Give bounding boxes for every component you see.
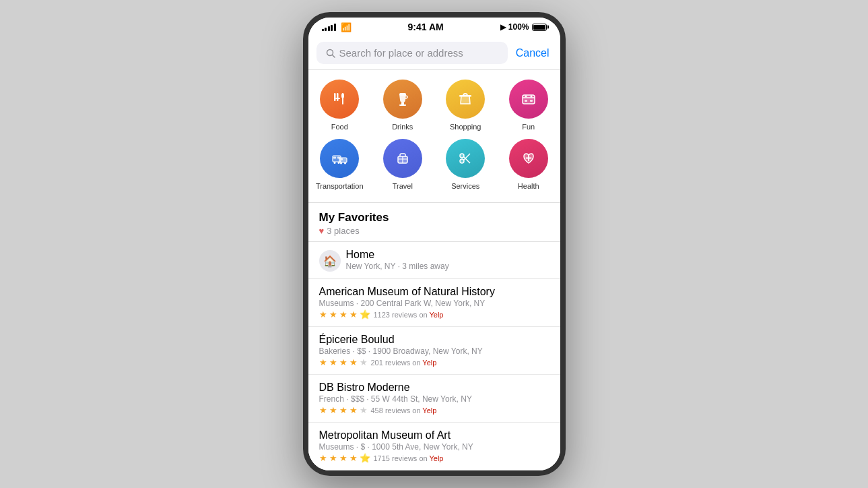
svg-line-32: [464, 154, 471, 160]
shopping-icon-circle: [446, 80, 485, 119]
amnh-name: American Museum of Natural History: [319, 286, 549, 298]
met-sub: Museums · $ · 1000 5th Ave, New York, NY: [319, 442, 549, 452]
home-sub: New York, NY · 3 miles away: [346, 262, 449, 271]
db-reviews: 458 reviews on Yelp: [371, 406, 437, 415]
shopping-label: Shopping: [450, 123, 481, 131]
epicerie-name: Épicerie Boulud: [319, 334, 549, 346]
epicerie-stars: ★ ★ ★ ★ ★ 201 reviews on Yelp: [319, 357, 549, 367]
place-met[interactable]: Metropolitan Museum of Art Museums · $ ·…: [308, 423, 560, 470]
places-list: 🏠 Home New York, NY · 3 miles away Ameri…: [308, 242, 560, 470]
amnh-sub: Museums · 200 Central Park W, New York, …: [319, 299, 549, 308]
svg-rect-11: [523, 95, 535, 104]
search-placeholder: Search for place or address: [339, 47, 463, 59]
category-food[interactable]: Food: [308, 75, 372, 135]
category-drinks[interactable]: Drinks: [371, 75, 434, 135]
transportation-icon-circle: [320, 139, 359, 178]
search-field[interactable]: Search for place or address: [316, 42, 508, 64]
favorites-title: My Favorites: [319, 211, 549, 224]
place-amnh[interactable]: American Museum of Natural History Museu…: [308, 279, 560, 327]
db-name: DB Bistro Moderne: [319, 382, 549, 394]
status-bar: 📶 9:41 AM ▶ 100%: [308, 18, 560, 36]
favorites-subtitle: ♥ 3 places: [319, 226, 549, 236]
category-services[interactable]: Services: [434, 135, 498, 194]
category-health[interactable]: Health: [497, 135, 560, 194]
svg-point-13: [525, 96, 527, 98]
star-4: ★: [349, 309, 358, 319]
fun-label: Fun: [522, 123, 535, 131]
svg-point-25: [344, 162, 346, 164]
svg-rect-2: [334, 93, 336, 101]
wifi-icon: 📶: [341, 22, 352, 32]
svg-rect-16: [530, 100, 533, 102]
svg-point-5: [341, 93, 344, 98]
svg-point-7: [399, 93, 406, 96]
db-sub: French · $$$ · 55 W 44th St, New York, N…: [319, 394, 549, 404]
place-epicerie[interactable]: Épicerie Boulud Bakeries · $$ · 1900 Bro…: [308, 327, 560, 375]
epicerie-sub: Bakeries · $$ · 1900 Broadway, New York,…: [319, 346, 549, 356]
battery-icon: [532, 24, 547, 31]
travel-label: Travel: [393, 182, 413, 190]
met-stars: ★ ★ ★ ★ ⭐ 1715 reviews on Yelp: [319, 453, 549, 463]
amnh-stars: ★ ★ ★ ★ ⭐ 1123 reviews on Yelp: [319, 309, 549, 319]
svg-point-14: [530, 96, 532, 98]
search-icon: [326, 49, 335, 58]
status-time: 9:41 AM: [408, 22, 444, 32]
home-icon: 🏠: [319, 250, 341, 272]
star-1: ★: [319, 309, 327, 319]
svg-rect-9: [399, 104, 406, 106]
svg-rect-3: [337, 93, 339, 101]
svg-line-31: [464, 157, 471, 164]
signal-area: 📶: [322, 22, 352, 32]
met-reviews: 1715 reviews on Yelp: [374, 454, 444, 462]
svg-rect-22: [339, 158, 347, 162]
travel-icon-circle: [383, 139, 422, 178]
screen: Search for place or address Cancel Food: [308, 36, 560, 470]
svg-rect-4: [335, 98, 340, 99]
food-icon-circle: [320, 80, 359, 119]
svg-point-20: [334, 162, 336, 164]
category-fun[interactable]: Fun: [497, 75, 560, 135]
location-icon: ▶: [500, 23, 506, 32]
svg-rect-10: [459, 95, 471, 97]
svg-point-24: [340, 162, 342, 164]
category-shopping[interactable]: Shopping: [434, 75, 498, 135]
met-name: Metropolitan Museum of Art: [319, 429, 549, 441]
cancel-button[interactable]: Cancel: [513, 47, 552, 59]
category-grid: Food Drinks: [308, 70, 560, 203]
star-2: ★: [329, 309, 337, 319]
health-icon-circle: [509, 139, 548, 178]
amnh-reviews: 1123 reviews on Yelp: [374, 311, 444, 319]
services-label: Services: [451, 182, 479, 190]
fun-icon-circle: [509, 80, 548, 119]
svg-rect-15: [525, 100, 527, 102]
epicerie-reviews: 201 reviews on Yelp: [371, 359, 437, 367]
svg-rect-23: [341, 158, 343, 160]
favorites-count: 3 places: [327, 226, 359, 236]
heart-icon: ♥: [319, 226, 325, 236]
battery-percent: 100%: [508, 22, 529, 32]
star-5: ⭐: [360, 309, 370, 319]
favorites-section: My Favorites ♥ 3 places: [308, 203, 560, 242]
drinks-icon-circle: [383, 80, 422, 119]
signal-bars: [322, 23, 336, 31]
place-home[interactable]: 🏠 Home New York, NY · 3 miles away: [308, 242, 560, 279]
svg-rect-6: [342, 98, 343, 104]
search-bar-row: Search for place or address Cancel: [308, 36, 560, 70]
services-icon-circle: [446, 139, 485, 178]
food-label: Food: [331, 123, 348, 131]
category-transportation[interactable]: Transportation: [308, 135, 372, 194]
transportation-label: Transportation: [316, 182, 364, 190]
status-right: ▶ 100%: [500, 22, 547, 32]
phone-frame: 📶 9:41 AM ▶ 100% Search for place or add…: [303, 12, 566, 476]
star-3: ★: [339, 309, 347, 319]
health-label: Health: [518, 182, 539, 190]
home-name: Home: [346, 249, 449, 261]
category-travel[interactable]: Travel: [371, 135, 434, 194]
svg-rect-18: [333, 157, 336, 159]
svg-line-1: [332, 55, 335, 57]
db-stars: ★ ★ ★ ★ ★ 458 reviews on Yelp: [319, 405, 549, 415]
place-db-bistro[interactable]: DB Bistro Moderne French · $$$ · 55 W 44…: [308, 375, 560, 423]
drinks-label: Drinks: [392, 123, 413, 131]
